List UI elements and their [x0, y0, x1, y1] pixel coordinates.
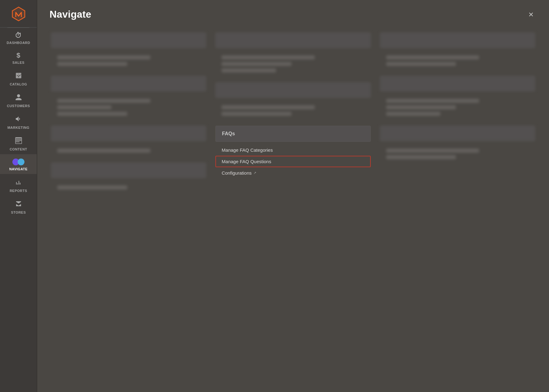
right-section-header-1 [380, 33, 535, 48]
middle-menu-group-1 [215, 50, 370, 77]
right-section-header-3 [380, 126, 535, 141]
left-menu-item [57, 149, 150, 153]
right-column [375, 28, 540, 383]
left-menu-group-2 [51, 94, 206, 121]
left-menu-item [57, 112, 127, 116]
navigate-icon [12, 159, 24, 165]
sidebar-item-label: CATALOG [10, 82, 27, 86]
page-header: Navigate × [37, 0, 549, 28]
right-menu-item [386, 105, 456, 109]
left-menu-item [57, 62, 127, 66]
sidebar-item-customers[interactable]: CUSTOMERS [0, 89, 37, 111]
middle-menu-item [222, 55, 315, 59]
sidebar-item-label: MARKETING [7, 126, 29, 129]
right-menu-group-2 [380, 94, 535, 121]
left-column [46, 28, 211, 383]
left-menu-item [57, 99, 150, 103]
left-menu-group-4 [51, 181, 206, 194]
sidebar-item-marketing[interactable]: MARKETING [0, 111, 37, 133]
sidebar-item-stores[interactable]: STORES [0, 196, 37, 217]
middle-column: FAQs Manage FAQ Categories Manage FAQ Qu… [211, 28, 375, 383]
left-section-header-4 [51, 163, 206, 178]
left-menu-item [57, 105, 111, 109]
sidebar-item-reports[interactable]: REPORTS [0, 174, 37, 196]
sidebar-item-navigate[interactable]: NAVIGATE [0, 154, 37, 174]
sales-icon: $ [16, 52, 20, 59]
catalog-icon [15, 72, 22, 81]
main-content: Navigate × [37, 0, 549, 392]
dashboard-icon: ⏱ [15, 32, 22, 39]
sidebar-item-sales[interactable]: $ SALES [0, 48, 37, 68]
left-section-header-3 [51, 126, 206, 141]
left-section-header-2 [51, 76, 206, 91]
middle-section-header-2 [215, 82, 370, 98]
sidebar-item-label: STORES [11, 211, 26, 214]
right-menu-item [386, 155, 456, 159]
left-menu-group-1 [51, 50, 206, 71]
svg-rect-1 [19, 73, 21, 75]
content-area: FAQs Manage FAQ Categories Manage FAQ Qu… [37, 28, 549, 392]
svg-rect-2 [16, 76, 18, 78]
middle-menu-item [222, 62, 292, 66]
faqs-section-header: FAQs [215, 126, 370, 142]
sidebar: ⏱ DASHBOARD $ SALES CATALOG CUSTOMERS MA… [0, 0, 37, 392]
right-menu-item [386, 112, 440, 116]
right-menu-item [386, 62, 456, 66]
right-menu-item [386, 149, 479, 153]
external-link-icon: ↗ [253, 171, 256, 175]
svg-rect-3 [19, 76, 21, 78]
left-menu-item [57, 55, 150, 59]
sidebar-item-label: NAVIGATE [9, 167, 28, 171]
reports-icon [15, 178, 22, 187]
middle-menu-item [222, 112, 292, 116]
left-menu-group-3 [51, 144, 206, 158]
sidebar-logo [0, 0, 37, 28]
left-section-header [51, 33, 206, 48]
sidebar-item-label: CUSTOMERS [7, 104, 30, 108]
manage-faq-categories-item[interactable]: Manage FAQ Categories [215, 144, 370, 156]
right-section-header-2 [380, 76, 535, 91]
right-menu-item [386, 99, 479, 103]
content-icon [15, 137, 22, 146]
configurations-item[interactable]: Configurations ↗ [215, 167, 370, 179]
middle-menu-item [222, 105, 315, 109]
left-menu-item [57, 185, 127, 189]
page-title: Navigate [50, 9, 91, 20]
sidebar-item-label: SALES [12, 61, 24, 64]
sidebar-item-content[interactable]: CONTENT [0, 133, 37, 154]
manage-faq-questions-item[interactable]: Manage FAQ Questions [215, 156, 370, 167]
svg-rect-0 [16, 73, 18, 75]
stores-icon [15, 200, 22, 209]
magento-logo-icon [10, 6, 27, 22]
sidebar-item-label: REPORTS [10, 189, 27, 193]
middle-menu-item [222, 68, 276, 72]
sidebar-item-dashboard[interactable]: ⏱ DASHBOARD [0, 28, 37, 48]
sidebar-item-label: DASHBOARD [7, 41, 30, 45]
sidebar-item-catalog[interactable]: CATALOG [0, 68, 37, 89]
middle-section-header-1 [215, 33, 370, 48]
customers-icon [15, 94, 22, 102]
middle-menu-group-2 [215, 100, 370, 121]
close-button[interactable]: × [525, 9, 537, 20]
right-menu-group-3 [380, 144, 535, 164]
marketing-icon [15, 115, 22, 124]
right-menu-group-1 [380, 50, 535, 71]
sidebar-item-label: CONTENT [10, 147, 27, 151]
right-menu-item [386, 55, 479, 59]
